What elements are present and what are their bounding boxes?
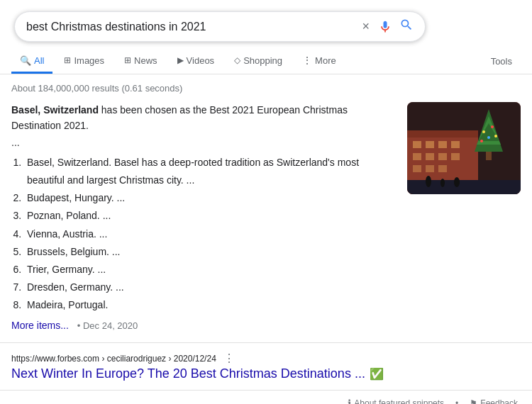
- svg-point-18: [482, 130, 485, 133]
- tab-shopping-label: Shopping: [243, 55, 282, 66]
- svg-point-20: [487, 136, 490, 139]
- tab-news-label: News: [134, 55, 157, 66]
- tab-all[interactable]: 🔍 All: [11, 50, 52, 74]
- close-icon: ×: [362, 19, 370, 33]
- feedback-label: Feedback: [480, 398, 518, 404]
- search-icons: ×: [360, 18, 414, 35]
- result-text: Basel, Switzerland has been chosen as th…: [11, 102, 393, 331]
- tab-shopping[interactable]: ◇ Shopping: [226, 50, 291, 74]
- svg-rect-4: [426, 141, 434, 148]
- svg-rect-23: [407, 180, 521, 194]
- list-item: Vienna, Austria. ...: [24, 225, 393, 243]
- videos-icon: ▶: [177, 55, 184, 65]
- separator: •: [455, 398, 458, 404]
- feedback-button[interactable]: ⚑ Feedback: [470, 398, 518, 404]
- tab-videos-label: Videos: [187, 55, 215, 66]
- list-item: Budapest, Hungary. ...: [24, 189, 393, 207]
- more-options-icon[interactable]: ⋮: [223, 352, 235, 365]
- snippet-intro: Basel, Switzerland has been chosen as th…: [11, 102, 393, 134]
- source-url: https://www.forbes.com › ceciliarodrigue…: [11, 352, 521, 365]
- results-count: About 184,000,000 results (0.61 seconds): [0, 74, 532, 99]
- svg-point-26: [454, 177, 460, 187]
- search-input[interactable]: [26, 21, 360, 33]
- more-items-link[interactable]: More items...: [11, 320, 69, 331]
- tab-all-label: All: [34, 55, 44, 66]
- tabs-bar: 🔍 All ⊞ Images ⊞ News ▶ Videos ◇ Shoppin…: [0, 42, 532, 74]
- list-item: Trier, Germany. ...: [24, 261, 393, 279]
- more-icon: ⋮: [302, 55, 312, 66]
- info-icon: ℹ: [348, 398, 351, 404]
- svg-rect-2: [407, 130, 478, 138]
- svg-rect-12: [426, 165, 434, 172]
- search-icon: [399, 18, 414, 32]
- search-bar-container: ×: [0, 0, 532, 42]
- images-icon: ⊞: [64, 55, 71, 65]
- svg-rect-5: [438, 141, 447, 148]
- svg-rect-6: [451, 141, 460, 148]
- svg-rect-9: [438, 153, 447, 160]
- snippet-ellipsis: ...: [11, 137, 393, 148]
- tab-images[interactable]: ⊞ Images: [55, 50, 113, 74]
- tab-more-label: More: [315, 55, 336, 66]
- more-items-row: More items... • Dec 24, 2020: [11, 320, 393, 331]
- svg-point-21: [494, 135, 497, 138]
- list-item: Brussels, Belgium. ...: [24, 243, 393, 261]
- main-content: Basel, Switzerland has been chosen as th…: [0, 99, 532, 334]
- svg-point-25: [440, 179, 445, 187]
- list-item: Basel, Switzerland. Basel has a deep-roo…: [24, 154, 393, 189]
- snippets-label: About featured snippets: [354, 398, 444, 404]
- result-title-link[interactable]: Next Winter In Europe? The 20 Best Chris…: [11, 366, 521, 381]
- list-item: Madeira, Portugal.: [24, 296, 393, 314]
- feedback-icon: ⚑: [470, 398, 477, 404]
- search-button[interactable]: [399, 18, 414, 35]
- tab-news[interactable]: ⊞ News: [116, 50, 166, 74]
- svg-rect-3: [413, 141, 421, 148]
- shopping-icon: ◇: [234, 55, 240, 65]
- tab-videos[interactable]: ▶ Videos: [169, 50, 223, 74]
- tab-images-label: Images: [74, 55, 104, 66]
- tools-tab[interactable]: Tools: [482, 50, 521, 72]
- all-icon: 🔍: [20, 55, 31, 66]
- search-bar: ×: [14, 11, 426, 42]
- svg-rect-7: [413, 153, 421, 160]
- snippet-list: Basel, Switzerland. Basel has a deep-roo…: [24, 154, 393, 315]
- svg-point-19: [491, 125, 494, 128]
- footer-bar: ℹ About featured snippets • ⚑ Feedback: [0, 390, 532, 404]
- news-icon: ⊞: [124, 55, 131, 65]
- svg-point-24: [426, 176, 431, 187]
- list-item: Dresden, Germany. ...: [24, 279, 393, 296]
- mic-icon[interactable]: [378, 20, 392, 34]
- svg-rect-13: [438, 165, 447, 172]
- svg-point-22: [480, 140, 483, 142]
- svg-rect-10: [451, 153, 460, 160]
- christmas-image: [407, 102, 521, 194]
- svg-rect-8: [426, 153, 434, 160]
- svg-rect-11: [413, 165, 421, 172]
- url-text: https://www.forbes.com › ceciliarodrigue…: [11, 354, 216, 364]
- result-image: [407, 102, 521, 194]
- clear-search-button[interactable]: ×: [360, 18, 371, 35]
- verified-icon: ✅: [370, 367, 384, 381]
- svg-rect-17: [486, 152, 492, 160]
- tab-more[interactable]: ⋮ More: [294, 49, 345, 74]
- result-title-text: Next Winter In Europe? The 20 Best Chris…: [11, 366, 365, 381]
- snippets-info[interactable]: ℹ About featured snippets: [348, 398, 444, 404]
- list-item: Poznan, Poland. ...: [24, 207, 393, 225]
- source-link-container: https://www.forbes.com › ceciliarodrigue…: [0, 342, 532, 384]
- snippet-date: • Dec 24, 2020: [77, 320, 138, 331]
- snippet-bold: Basel, Switzerland: [11, 104, 99, 116]
